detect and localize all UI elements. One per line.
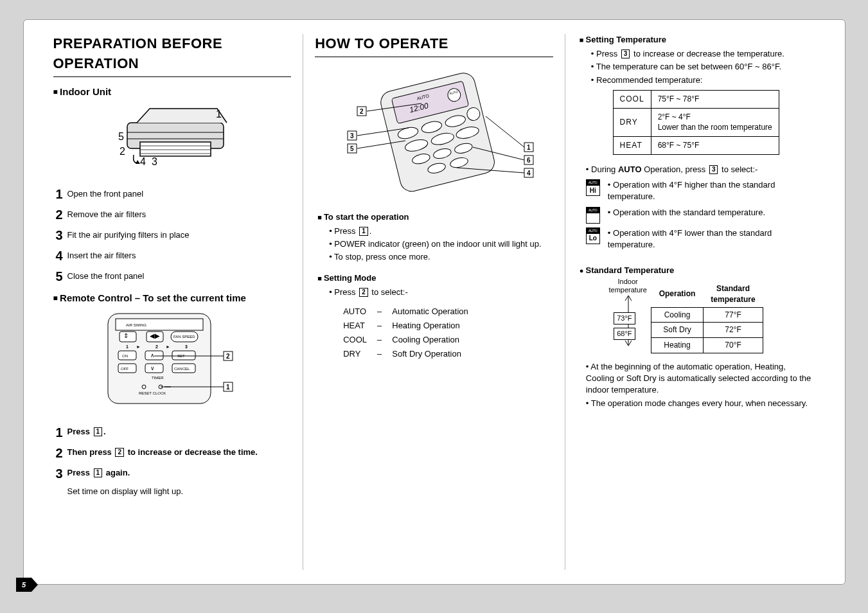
auto-option-text: • Operation with 4°F lower than the stan… bbox=[608, 227, 815, 251]
svg-text:2: 2 bbox=[120, 146, 125, 157]
auto-line: During AUTO Operation, press 3 to select… bbox=[586, 164, 815, 175]
std-notes: At the beginning of the automatic operat… bbox=[586, 361, 815, 409]
remote-control-diagram: AIR SWING ⇕ ◀▶ FAN SPEED 1 2 3 ►► ON OFF… bbox=[89, 310, 256, 413]
bullet-item: The temperature can be set between 60°F … bbox=[591, 61, 815, 73]
auto-option-text: • Operation with the standard temperatur… bbox=[608, 207, 765, 218]
svg-text:1: 1 bbox=[527, 144, 531, 151]
svg-text:5: 5 bbox=[350, 145, 354, 152]
remote-note: Set time on display will light up. bbox=[67, 486, 292, 497]
svg-text:6: 6 bbox=[527, 157, 531, 164]
svg-text:1: 1 bbox=[126, 344, 128, 349]
column-operate: HOW TO OPERATE AUTO 12:00 AUTO bbox=[303, 34, 565, 570]
auto-option-row: AUTO • Operation with the standard tempe… bbox=[586, 207, 815, 224]
svg-rect-1 bbox=[140, 142, 211, 156]
svg-text:∧: ∧ bbox=[150, 352, 155, 359]
auto-option-row: AUTOLo • Operation with 4°F lower than t… bbox=[586, 227, 815, 251]
svg-text:►: ► bbox=[136, 344, 141, 349]
svg-text:TIMER: TIMER bbox=[152, 376, 164, 380]
svg-marker-71 bbox=[16, 578, 38, 592]
svg-text:5: 5 bbox=[21, 581, 26, 589]
svg-text:2: 2 bbox=[360, 108, 364, 115]
standard-temp-table: Operation Standard temperature Cooling77… bbox=[651, 281, 763, 353]
temp-bullets: Press 3 to increase or decrease the temp… bbox=[591, 48, 815, 86]
operate-remote-diagram: AUTO 12:00 AUTO 2 bbox=[319, 65, 550, 200]
svg-text:OFF: OFF bbox=[121, 367, 128, 371]
step-text: Open the front panel bbox=[67, 188, 144, 198]
svg-text:4: 4 bbox=[527, 170, 531, 177]
subheading-setting-temp: Setting Temperature bbox=[580, 34, 815, 46]
heading-preparation: PREPARATION BEFORE OPERATION bbox=[53, 34, 292, 77]
subheading-indoor-unit: Indoor Unit bbox=[53, 85, 292, 98]
svg-text:1: 1 bbox=[226, 384, 230, 391]
auto-hi-icon: AUTOHi bbox=[586, 179, 600, 196]
manual-page: PREPARATION BEFORE OPERATION Indoor Unit… bbox=[23, 19, 846, 585]
column-temperature: Setting Temperature Press 3 to increase … bbox=[565, 34, 827, 570]
step-text: Insert the air filters bbox=[67, 250, 136, 260]
heading-operate: HOW TO OPERATE bbox=[315, 34, 553, 57]
bullet-item: Recommended temperature: bbox=[591, 75, 815, 86]
indoor-steps-list: 1Open the front panel 2Remove the air fi… bbox=[56, 186, 292, 285]
svg-text:RESET CLOCK: RESET CLOCK bbox=[139, 391, 166, 395]
bullet-item: Press 3 to increase or decrease the temp… bbox=[591, 48, 815, 60]
page-number-badge: 5 bbox=[16, 578, 38, 592]
subheading-mode: Setting Mode bbox=[317, 272, 553, 284]
subheading-start: To start the operation bbox=[317, 211, 553, 223]
svg-text:4: 4 bbox=[140, 156, 146, 167]
svg-text:3: 3 bbox=[185, 344, 188, 349]
svg-text:ON: ON bbox=[122, 354, 128, 358]
start-bullets: Press 1. POWER indicator (green) on the … bbox=[329, 226, 553, 263]
bullet-item: Press 2 to select:- bbox=[329, 287, 553, 298]
mode-press-list: Press 2 to select:- bbox=[329, 287, 553, 298]
step-text: Close the front panel bbox=[67, 271, 145, 280]
auto-option-text: • Operation with 4°F higher than the sta… bbox=[608, 179, 815, 202]
svg-text:3: 3 bbox=[350, 132, 354, 139]
auto-option-row: AUTOHi • Operation with 4°F higher than … bbox=[586, 179, 815, 202]
auto-std-icon: AUTO bbox=[586, 207, 600, 224]
subheading-standard-temp: Standard Temperature bbox=[580, 265, 815, 276]
svg-text:FAN SPEED: FAN SPEED bbox=[173, 335, 195, 339]
temp-threshold-box: 68°F bbox=[614, 328, 635, 340]
svg-text:∨: ∨ bbox=[150, 365, 155, 371]
bullet-item: At the beginning of the automatic operat… bbox=[586, 361, 815, 396]
svg-text:2: 2 bbox=[155, 344, 158, 349]
step-text: Remove the air filters bbox=[67, 209, 146, 218]
svg-text:CANCEL: CANCEL bbox=[174, 367, 190, 371]
svg-text:3: 3 bbox=[152, 156, 157, 167]
standard-temp-diagram: Indoor temperature 73°F 68°F Operation S… bbox=[606, 281, 786, 353]
mode-table: AUTO–Automatic Operation HEAT–Heating Op… bbox=[338, 305, 474, 362]
bullet-item: Press 1. bbox=[329, 226, 553, 237]
svg-text:►: ► bbox=[166, 344, 170, 349]
svg-text:2: 2 bbox=[226, 353, 230, 360]
bullet-item: The operation mode changes every hour, w… bbox=[586, 398, 815, 409]
subheading-remote-control: Remote Control – To set the current time bbox=[53, 291, 292, 305]
recommended-temp-table: COOL75°F ~ 78°F DRY2°F ~ 4°F Lower than … bbox=[613, 90, 779, 155]
temp-threshold-box: 73°F bbox=[614, 312, 635, 324]
bullet-item: POWER indicator (green) on the indoor un… bbox=[329, 238, 553, 250]
column-preparation: PREPARATION BEFORE OPERATION Indoor Unit… bbox=[42, 34, 303, 570]
svg-text:5: 5 bbox=[118, 131, 124, 142]
bullet-item: During AUTO Operation, press 3 to select… bbox=[586, 164, 815, 175]
auto-lo-icon: AUTOLo bbox=[586, 227, 600, 244]
bullet-item: To stop, press once more. bbox=[329, 251, 553, 263]
svg-text:AIR SWING: AIR SWING bbox=[126, 323, 146, 327]
svg-text:◀▶: ◀▶ bbox=[150, 332, 160, 339]
indoor-unit-diagram: 1 5 2 3 4 bbox=[102, 103, 243, 174]
step-text: Fit the air purifying filters in place bbox=[67, 229, 190, 239]
svg-text:⇕: ⇕ bbox=[123, 332, 128, 339]
remote-steps-list: 1Press 1. 2Then press 2 to increase or d… bbox=[56, 424, 292, 482]
svg-text:1: 1 bbox=[216, 109, 222, 120]
